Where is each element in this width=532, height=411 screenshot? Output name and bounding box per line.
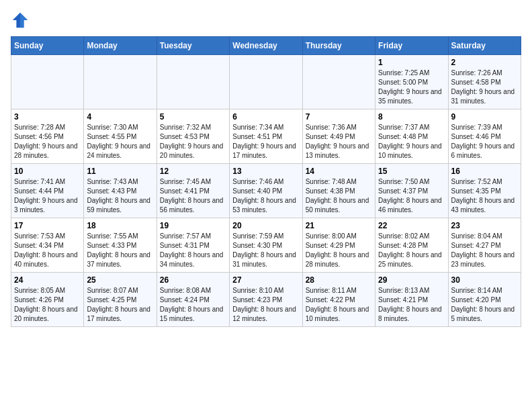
calendar-cell: 29Sunrise: 8:13 AM Sunset: 4:21 PM Dayli… xyxy=(375,273,448,327)
calendar-cell: 5Sunrise: 7:32 AM Sunset: 4:53 PM Daylig… xyxy=(157,109,229,164)
day-info: Sunrise: 8:14 AM Sunset: 4:20 PM Dayligh… xyxy=(451,286,518,324)
day-info: Sunrise: 7:36 AM Sunset: 4:49 PM Dayligh… xyxy=(306,123,372,161)
day-info: Sunrise: 8:02 AM Sunset: 4:28 PM Dayligh… xyxy=(378,232,445,269)
page-header xyxy=(11,11,521,30)
day-number: 16 xyxy=(451,167,518,176)
day-info: Sunrise: 7:48 AM Sunset: 4:38 PM Dayligh… xyxy=(306,177,372,215)
day-info: Sunrise: 7:37 AM Sunset: 4:48 PM Dayligh… xyxy=(378,123,445,161)
calendar-cell: 11Sunrise: 7:43 AM Sunset: 4:43 PM Dayli… xyxy=(84,164,157,218)
day-number: 5 xyxy=(160,112,226,122)
weekday-header-thursday: Thursday xyxy=(302,37,375,55)
day-number: 4 xyxy=(87,112,153,122)
day-number: 11 xyxy=(87,167,153,176)
logo xyxy=(11,11,32,30)
calendar-cell: 7Sunrise: 7:36 AM Sunset: 4:49 PM Daylig… xyxy=(302,109,375,164)
day-number: 19 xyxy=(160,221,226,230)
weekday-header-wednesday: Wednesday xyxy=(230,37,302,55)
calendar-week-3: 10Sunrise: 7:41 AM Sunset: 4:44 PM Dayli… xyxy=(11,164,521,218)
day-number: 10 xyxy=(14,167,81,176)
calendar-cell: 2Sunrise: 7:26 AM Sunset: 4:58 PM Daylig… xyxy=(448,55,521,109)
day-number: 13 xyxy=(232,167,299,176)
day-info: Sunrise: 7:34 AM Sunset: 4:51 PM Dayligh… xyxy=(232,123,299,161)
day-number: 24 xyxy=(14,275,81,285)
calendar-cell: 17Sunrise: 7:53 AM Sunset: 4:34 PM Dayli… xyxy=(11,218,84,273)
day-info: Sunrise: 7:25 AM Sunset: 5:00 PM Dayligh… xyxy=(378,68,445,106)
day-info: Sunrise: 7:26 AM Sunset: 4:58 PM Dayligh… xyxy=(451,68,518,106)
calendar-cell: 18Sunrise: 7:55 AM Sunset: 4:33 PM Dayli… xyxy=(84,218,157,273)
day-info: Sunrise: 7:32 AM Sunset: 4:53 PM Dayligh… xyxy=(160,123,226,161)
day-info: Sunrise: 8:05 AM Sunset: 4:26 PM Dayligh… xyxy=(14,286,81,324)
calendar-cell: 15Sunrise: 7:50 AM Sunset: 4:37 PM Dayli… xyxy=(375,164,448,218)
weekday-header-monday: Monday xyxy=(84,37,157,55)
calendar-cell: 14Sunrise: 7:48 AM Sunset: 4:38 PM Dayli… xyxy=(302,164,375,218)
day-info: Sunrise: 8:11 AM Sunset: 4:22 PM Dayligh… xyxy=(306,286,372,324)
day-number: 8 xyxy=(378,112,445,122)
day-info: Sunrise: 8:07 AM Sunset: 4:25 PM Dayligh… xyxy=(87,286,153,324)
day-number: 2 xyxy=(451,58,518,67)
calendar-cell: 27Sunrise: 8:10 AM Sunset: 4:23 PM Dayli… xyxy=(230,273,302,327)
calendar-cell xyxy=(157,55,229,109)
day-info: Sunrise: 7:39 AM Sunset: 4:46 PM Dayligh… xyxy=(451,123,518,161)
day-number: 23 xyxy=(451,221,518,230)
calendar-cell: 16Sunrise: 7:52 AM Sunset: 4:35 PM Dayli… xyxy=(448,164,521,218)
day-info: Sunrise: 8:10 AM Sunset: 4:23 PM Dayligh… xyxy=(232,286,299,324)
calendar-cell: 1Sunrise: 7:25 AM Sunset: 5:00 PM Daylig… xyxy=(375,55,448,109)
day-info: Sunrise: 8:13 AM Sunset: 4:21 PM Dayligh… xyxy=(378,286,445,324)
weekday-header-sunday: Sunday xyxy=(11,37,84,55)
svg-marker-1 xyxy=(20,13,28,28)
day-number: 9 xyxy=(451,112,518,122)
day-info: Sunrise: 7:30 AM Sunset: 4:55 PM Dayligh… xyxy=(87,123,153,161)
day-number: 1 xyxy=(378,58,445,67)
day-number: 30 xyxy=(451,275,518,285)
day-info: Sunrise: 7:57 AM Sunset: 4:31 PM Dayligh… xyxy=(160,232,226,269)
day-info: Sunrise: 8:00 AM Sunset: 4:29 PM Dayligh… xyxy=(306,232,372,269)
calendar-cell: 21Sunrise: 8:00 AM Sunset: 4:29 PM Dayli… xyxy=(302,218,375,273)
day-number: 21 xyxy=(306,221,372,230)
calendar-cell: 8Sunrise: 7:37 AM Sunset: 4:48 PM Daylig… xyxy=(375,109,448,164)
day-number: 15 xyxy=(378,167,445,176)
day-number: 29 xyxy=(378,275,445,285)
calendar-cell: 24Sunrise: 8:05 AM Sunset: 4:26 PM Dayli… xyxy=(11,273,84,327)
weekday-header-tuesday: Tuesday xyxy=(157,37,229,55)
day-info: Sunrise: 8:08 AM Sunset: 4:24 PM Dayligh… xyxy=(160,286,226,324)
day-info: Sunrise: 7:52 AM Sunset: 4:35 PM Dayligh… xyxy=(451,177,518,215)
calendar-cell: 13Sunrise: 7:46 AM Sunset: 4:40 PM Dayli… xyxy=(230,164,302,218)
day-info: Sunrise: 7:55 AM Sunset: 4:33 PM Dayligh… xyxy=(87,232,153,269)
calendar-cell: 19Sunrise: 7:57 AM Sunset: 4:31 PM Dayli… xyxy=(157,218,229,273)
day-number: 3 xyxy=(14,112,81,122)
day-info: Sunrise: 7:45 AM Sunset: 4:41 PM Dayligh… xyxy=(160,177,226,215)
day-number: 12 xyxy=(160,167,226,176)
day-number: 17 xyxy=(14,221,81,230)
weekday-header-friday: Friday xyxy=(375,37,448,55)
logo-icon xyxy=(11,11,30,30)
day-info: Sunrise: 7:53 AM Sunset: 4:34 PM Dayligh… xyxy=(14,232,81,269)
calendar-week-2: 3Sunrise: 7:28 AM Sunset: 4:56 PM Daylig… xyxy=(11,109,521,164)
day-info: Sunrise: 7:43 AM Sunset: 4:43 PM Dayligh… xyxy=(87,177,153,215)
calendar-week-1: 1Sunrise: 7:25 AM Sunset: 5:00 PM Daylig… xyxy=(11,55,521,109)
day-info: Sunrise: 8:04 AM Sunset: 4:27 PM Dayligh… xyxy=(451,232,518,269)
day-number: 14 xyxy=(306,167,372,176)
day-number: 27 xyxy=(232,275,299,285)
calendar-cell: 23Sunrise: 8:04 AM Sunset: 4:27 PM Dayli… xyxy=(448,218,521,273)
day-info: Sunrise: 7:41 AM Sunset: 4:44 PM Dayligh… xyxy=(14,177,81,215)
calendar-cell: 3Sunrise: 7:28 AM Sunset: 4:56 PM Daylig… xyxy=(11,109,84,164)
day-number: 18 xyxy=(87,221,153,230)
calendar-cell: 12Sunrise: 7:45 AM Sunset: 4:41 PM Dayli… xyxy=(157,164,229,218)
day-number: 22 xyxy=(378,221,445,230)
calendar-cell: 28Sunrise: 8:11 AM Sunset: 4:22 PM Dayli… xyxy=(302,273,375,327)
weekday-header-saturday: Saturday xyxy=(448,37,521,55)
day-number: 7 xyxy=(306,112,372,122)
calendar-cell: 6Sunrise: 7:34 AM Sunset: 4:51 PM Daylig… xyxy=(230,109,302,164)
calendar-week-4: 17Sunrise: 7:53 AM Sunset: 4:34 PM Dayli… xyxy=(11,218,521,273)
day-number: 28 xyxy=(306,275,372,285)
day-info: Sunrise: 7:50 AM Sunset: 4:37 PM Dayligh… xyxy=(378,177,445,215)
calendar-cell xyxy=(11,55,84,109)
calendar-week-5: 24Sunrise: 8:05 AM Sunset: 4:26 PM Dayli… xyxy=(11,273,521,327)
calendar-cell: 20Sunrise: 7:59 AM Sunset: 4:30 PM Dayli… xyxy=(230,218,302,273)
day-number: 26 xyxy=(160,275,226,285)
calendar-cell xyxy=(84,55,157,109)
day-number: 6 xyxy=(232,112,299,122)
calendar-cell: 30Sunrise: 8:14 AM Sunset: 4:20 PM Dayli… xyxy=(448,273,521,327)
calendar-cell: 26Sunrise: 8:08 AM Sunset: 4:24 PM Dayli… xyxy=(157,273,229,327)
calendar-cell xyxy=(302,55,375,109)
